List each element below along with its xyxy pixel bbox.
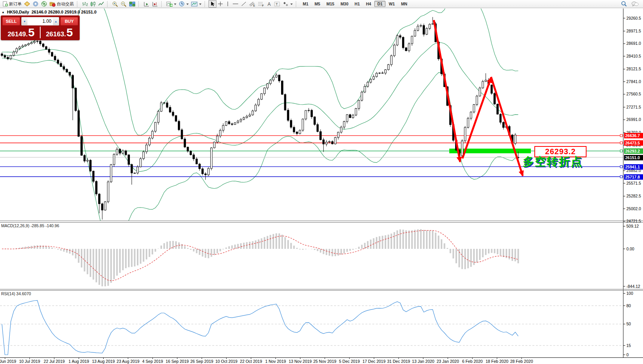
strategy-button[interactable] [40,0,48,7]
crosshair-tool-button[interactable] [217,0,224,7]
candle-body [281,81,283,94]
timeframe-H4[interactable]: H4 [363,1,374,7]
candle-body [169,107,171,112]
level-line-anchor[interactable] [620,175,623,178]
candle-body [255,105,257,111]
chat-icon[interactable] [631,1,639,7]
timeframe-D1[interactable]: D1 [374,1,385,7]
arrows-tool-button[interactable] [281,0,294,7]
timeframe-H1[interactable]: H1 [351,1,363,7]
candle-body [228,122,230,124]
new-order-button[interactable]: 新订单 [1,0,23,7]
timeframe-M15[interactable]: M15 [323,1,337,7]
tile-windows-button[interactable] [128,0,136,7]
candle-body [305,111,307,119]
candle-body [284,94,286,110]
level-line-anchor[interactable] [620,165,623,168]
level-axis-label: 26293.2 [624,148,643,154]
trendline-tool-button[interactable] [240,0,248,7]
dropdown-caret [199,3,201,6]
chart-bars-button[interactable] [81,0,89,7]
candle-body [258,99,260,105]
candle-body [314,117,316,124]
trendline-icon [241,1,247,7]
collapse-arrow-icon[interactable]: ▲ [2,10,5,14]
axis-label: 25571.5 [626,181,641,185]
axis-label: 24721.5 [626,219,641,223]
candle-body [358,100,360,109]
vertical-line-icon [225,1,230,7]
volume-value[interactable]: 1.00 [27,19,53,24]
channel-tool-button[interactable]: E [248,0,257,7]
candle-body [296,132,298,134]
candle-body [311,110,313,117]
trend-arrow[interactable] [434,20,460,162]
data-window-icon [32,1,39,7]
candle-body [7,57,9,59]
candle-body [122,151,124,153]
buy-price[interactable]: 26163 . 5 [41,27,78,38]
vertical-line-tool-button[interactable] [224,0,231,7]
candle-body [387,65,389,70]
candle-body [202,169,204,174]
text-tool-button[interactable]: A [266,0,273,7]
candle-body [184,139,186,147]
sell-button[interactable]: SELL [2,17,20,26]
candle-body [104,202,106,210]
candle-body [60,63,62,66]
timeframe-M30[interactable]: M30 [338,1,351,7]
buy-button[interactable]: BUY [60,17,78,26]
chart-shift-button[interactable] [151,0,159,7]
search-icon[interactable] [621,1,627,7]
axis-label: 29260.5 [626,16,641,20]
zoom-in-icon [112,1,118,7]
fibonacci-tool-button[interactable]: F [257,0,266,7]
candle-body [514,135,516,143]
period-button[interactable] [177,0,190,7]
candle-body [87,160,89,161]
text-label-tool-button[interactable]: T [273,0,281,7]
candle-body [196,159,198,164]
axis-label: 80 [626,303,631,308]
axis-label: 25 Nov 2019 [313,359,336,364]
chart-canvas[interactable]: 29260.528971.528691.028410.528121.527841… [0,8,643,364]
zoom-out-button[interactable] [119,0,128,7]
add-indicator-icon [166,1,172,7]
auto-scroll-button[interactable] [142,0,151,7]
timeframe-MN[interactable]: MN [398,1,410,7]
candle-body [273,77,275,80]
timeframe-M1[interactable]: M1 [300,1,312,7]
chart-line-button[interactable] [97,0,105,7]
candle-body [199,164,201,168]
trend-arrow[interactable] [462,78,491,158]
zoom-in-button[interactable] [111,0,119,7]
add-indicator-button[interactable] [165,0,177,7]
axis-label: 28691.0 [626,41,641,46]
horizontal-line-tool-button[interactable] [231,0,240,7]
candle-body [110,165,112,182]
timeframe-W1[interactable]: W1 [385,1,398,7]
timeframe-M5[interactable]: M5 [312,1,324,7]
candle-body [317,124,319,131]
level-line-anchor[interactable] [620,134,623,137]
cursor-tool-button[interactable] [208,0,217,8]
market-watch-button[interactable] [23,0,31,7]
data-window-button[interactable] [31,0,40,7]
axis-label: 10 Jul 2019 [19,359,40,364]
autotrading-button[interactable]: 自动交易 [48,0,75,7]
candle-body [491,85,493,94]
candle-body [107,182,109,202]
volume-decrease-button[interactable]: ▼ [22,17,27,25]
candle-body [503,122,505,128]
rsi-value: 34.6070 [16,291,31,296]
volume-increase-button[interactable]: ▲ [53,17,59,25]
crosshair-icon [218,1,223,7]
template-button[interactable] [190,0,203,7]
level-line-anchor[interactable] [620,142,623,144]
level-line-anchor[interactable] [620,150,623,152]
sell-price[interactable]: 26149 . 5 [2,27,41,38]
candle-body [39,41,41,44]
chart-candles-button[interactable] [89,0,97,7]
axis-label: 50 [626,321,631,326]
trend-arrow[interactable] [491,77,523,176]
